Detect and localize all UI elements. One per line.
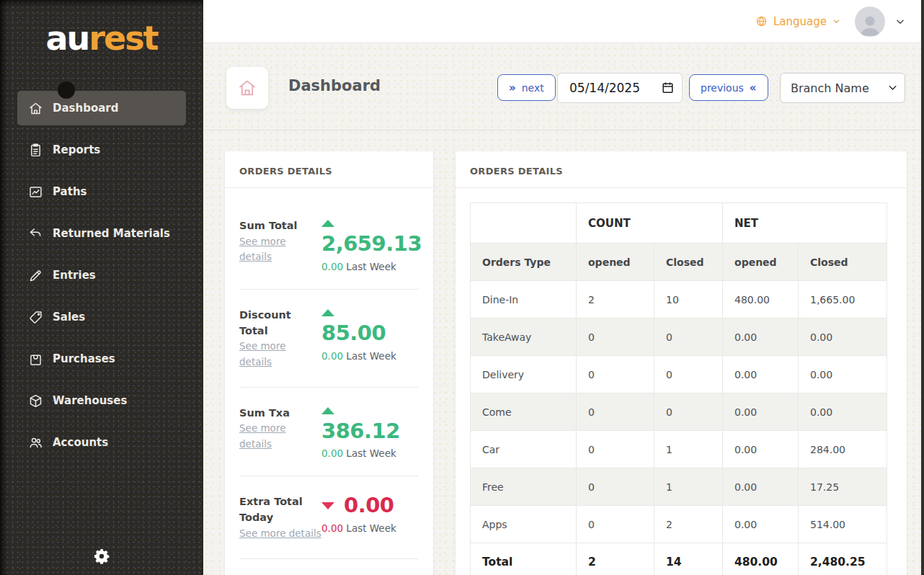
stat-extra-total-today: Extra Total Today See more details 0.00 … [239, 476, 419, 558]
content: ORDERS DETAILS Sum Total See more detail… [203, 130, 924, 575]
chevron-down-icon [832, 17, 840, 25]
cell: 0.00 [723, 506, 799, 543]
row-label-cell: Come [471, 393, 577, 431]
see-more-details-link[interactable]: See more details [239, 526, 321, 542]
cell: 0.00 [723, 468, 799, 506]
cell: 284.00 [799, 431, 887, 468]
person-icon [858, 12, 882, 37]
sidebar-item-paths[interactable]: Paths [17, 174, 186, 209]
chart-icon [28, 184, 43, 200]
branch-select[interactable]: Branch Name [780, 73, 905, 103]
sidebar-item-purchases[interactable]: Purchases [17, 342, 186, 376]
cell: 14 [654, 543, 723, 575]
trend-up-icon [321, 309, 334, 316]
pen-icon [28, 268, 43, 283]
orders-stats-panel: ORDERS DETAILS Sum Total See more detail… [225, 151, 433, 575]
trend-up-icon [321, 220, 334, 227]
stat-last-week: 0.00 Last Week [321, 261, 408, 272]
stat-last-week: 0.00 Last Week [321, 522, 408, 534]
sidebar: aurest Dashboard Reports Paths [0, 0, 203, 575]
table-row-delivery: Delivery 0 0 0.00 0.00 [471, 356, 887, 393]
tag-icon [28, 310, 43, 325]
cell: 17.25 [799, 468, 887, 506]
cell: 0 [577, 356, 654, 393]
sidebar-item-warehouses[interactable]: Warehouses [17, 383, 186, 418]
table-row-apps: Apps 0 2 0.00 514.00 [471, 506, 887, 543]
sidebar-item-accounts[interactable]: Accounts [17, 425, 186, 460]
row-label-cell: Apps [471, 506, 577, 543]
breadcrumb-home-button[interactable] [226, 67, 268, 109]
page-title: Dashboard [288, 77, 381, 94]
sidebar-item-label: Warehouses [53, 394, 127, 407]
return-arrow-icon [28, 226, 43, 241]
stat-label: Sum Txa [239, 406, 317, 422]
next-button[interactable]: » next [497, 74, 556, 101]
cell: 0 [577, 506, 654, 543]
panel-title: ORDERS DETAILS [456, 151, 907, 188]
globe-icon [755, 15, 768, 27]
cell: 0.00 [799, 318, 887, 356]
aurest-logo[interactable]: aurest [0, 0, 203, 72]
double-arrow-right-icon: » [509, 81, 516, 94]
row-label-cell: Total [471, 543, 577, 575]
stats-list: Sum Total See more details 2,659.13 0.00… [225, 188, 433, 559]
row-label-cell: Dine-In [471, 281, 577, 318]
cell: 1,665.00 [799, 281, 887, 318]
table-row-dine-in: Dine-In 2 10 480.00 1,665.00 [471, 281, 887, 318]
trend-down-icon [321, 502, 334, 509]
language-selector[interactable]: Language [755, 15, 840, 28]
cell: 0.00 [799, 393, 887, 431]
see-more-details-link[interactable]: See more details [239, 421, 317, 452]
date-input[interactable] [557, 73, 683, 103]
cell: 10 [654, 281, 723, 318]
cell: 0 [654, 356, 723, 393]
see-more-details-link[interactable]: See more details [239, 339, 317, 370]
sidebar-item-returned-materials[interactable]: Returned Materials [17, 216, 186, 251]
sidebar-item-label: Purchases [53, 352, 115, 365]
sidebar-item-label: Accounts [53, 436, 108, 449]
settings-gear-icon[interactable] [93, 548, 110, 565]
date-field-wrap [557, 73, 683, 103]
stat-value: 2,659.13 [321, 233, 422, 256]
logo-text-orange: rest [89, 19, 157, 58]
cell: 480.00 [723, 281, 799, 318]
home-icon [237, 78, 257, 98]
cell: 0.00 [723, 431, 799, 468]
stat-discount-total: Discount Total See more details 85.00 0.… [239, 290, 419, 388]
sidebar-item-reports[interactable]: Reports [17, 133, 186, 167]
previous-button[interactable]: previous « [689, 74, 768, 101]
see-more-details-link[interactable]: See more details [239, 234, 317, 265]
double-arrow-left-icon: « [750, 81, 757, 94]
scrollbar[interactable] [921, 0, 924, 575]
users-icon [28, 435, 43, 450]
language-label: Language [773, 15, 827, 28]
home-icon [28, 101, 43, 116]
sidebar-item-label: Sales [53, 311, 85, 324]
sidebar-item-dashboard[interactable]: Dashboard [17, 91, 186, 125]
sidebar-item-sales[interactable]: Sales [17, 300, 186, 334]
sidebar-footer [0, 548, 203, 568]
column-header: opened [723, 244, 799, 281]
sidebar-nav: Dashboard Reports Paths Returned Materia… [0, 91, 203, 460]
net-group-header: NET [723, 203, 887, 244]
user-menu-chevron-icon[interactable] [895, 17, 905, 27]
stat-label: Sum Total [239, 218, 317, 234]
trend-up-icon [321, 407, 334, 414]
app-window: aurest Dashboard Reports Paths [0, 0, 924, 575]
column-header: Closed [799, 244, 887, 281]
stat-value: 85.00 [321, 322, 419, 345]
cell: 0 [577, 468, 654, 506]
avatar[interactable] [855, 6, 885, 37]
column-header: Closed [654, 244, 723, 281]
table-row-total: Total 2 14 480.00 2,480.25 [471, 543, 887, 575]
stat-last-week: 0.00 Last Week [321, 447, 408, 459]
shopping-bag-icon [28, 352, 43, 367]
cursor-dot [58, 81, 75, 99]
cell: 480.00 [723, 543, 799, 575]
sidebar-item-entries[interactable]: Entries [17, 258, 186, 293]
corner-cell [471, 203, 577, 244]
cell: 0 [654, 318, 723, 356]
main-area: Language Dashboard » next [203, 0, 924, 575]
cell: 2 [654, 506, 723, 543]
table-row-come: Come 0 0 0.00 0.00 [471, 393, 887, 431]
